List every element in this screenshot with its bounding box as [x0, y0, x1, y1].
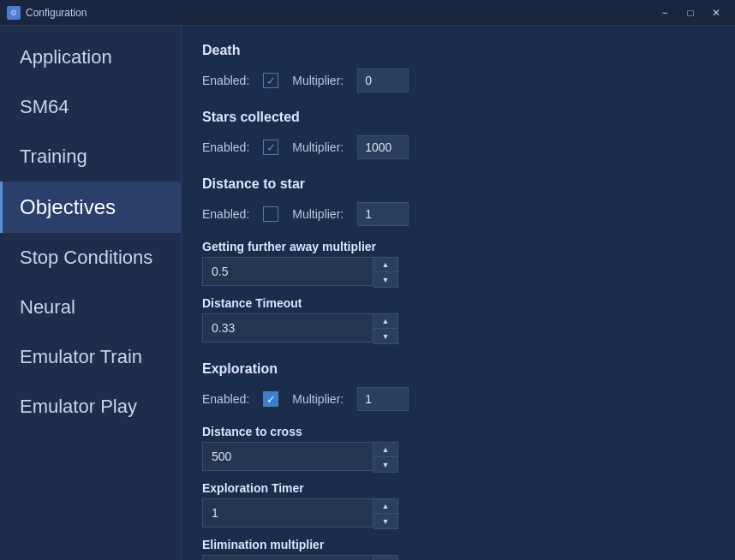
distance-cross-up[interactable]: ▲: [373, 443, 397, 457]
exploration-timer-down[interactable]: ▼: [373, 514, 397, 528]
elimination-multiplier-wrapper: 0 ▲ ▼: [202, 555, 714, 560]
exploration-section: Exploration Enabled: ✓ Multiplier: Dista…: [202, 361, 714, 560]
title-bar: ⚙ Configuration − □ ✕: [0, 0, 735, 26]
app-container: Application SM64 Training Objectives Sto…: [0, 26, 735, 560]
distance-cross-wrapper: 500 ▲ ▼: [202, 442, 714, 473]
stars-enabled-checkbox[interactable]: ✓: [263, 140, 278, 155]
stars-title: Stars collected: [202, 110, 714, 125]
exploration-row: Enabled: ✓ Multiplier:: [202, 387, 714, 411]
distance-timeout-label: Distance Timeout: [202, 296, 714, 310]
sidebar-item-stop-conditions[interactable]: Stop Conditions: [0, 233, 181, 283]
stars-enabled-label: Enabled:: [202, 140, 249, 154]
exploration-timer-spinbox: Exploration Timer 1 ▲ ▼: [202, 481, 714, 529]
elimination-multiplier-up[interactable]: ▲: [373, 556, 397, 560]
exploration-timer-value: 1: [202, 498, 373, 527]
app-icon: ⚙: [7, 6, 21, 20]
distance-star-enabled-checkbox[interactable]: [263, 206, 278, 222]
death-multiplier-label: Multiplier:: [292, 74, 344, 87]
exploration-multiplier-label: Multiplier:: [292, 392, 344, 406]
main-content: Death Enabled: ✓ Multiplier: Stars colle…: [182, 26, 735, 560]
sidebar-item-objectives[interactable]: Objectives: [0, 182, 181, 233]
getting-further-down[interactable]: ▼: [373, 272, 397, 287]
exploration-title: Exploration: [202, 361, 714, 377]
distance-star-row: Enabled: Multiplier:: [202, 202, 714, 226]
distance-timeout-spinbox: Distance Timeout 0.33 ▲ ▼: [202, 296, 714, 344]
distance-cross-down[interactable]: ▼: [373, 457, 397, 472]
distance-cross-buttons: ▲ ▼: [373, 442, 398, 473]
sidebar-item-application[interactable]: Application: [0, 33, 181, 82]
distance-cross-label: Distance to cross: [202, 425, 714, 438]
exploration-timer-wrapper: 1 ▲ ▼: [202, 498, 714, 529]
distance-star-multiplier-input[interactable]: [357, 202, 409, 226]
distance-star-enabled-label: Enabled:: [202, 207, 249, 221]
distance-timeout-down[interactable]: ▼: [373, 329, 397, 343]
exploration-enabled-label: Enabled:: [202, 392, 249, 406]
distance-star-multiplier-label: Multiplier:: [292, 207, 344, 221]
sidebar-item-sm64[interactable]: SM64: [0, 82, 181, 132]
elimination-multiplier-spinbox: Elimination multiplier 0 ▲ ▼: [202, 538, 714, 560]
distance-cross-value: 500: [202, 442, 373, 471]
distance-star-title: Distance to star: [202, 176, 714, 192]
exploration-enabled-checkbox[interactable]: ✓: [263, 391, 278, 407]
elimination-multiplier-label: Elimination multiplier: [202, 538, 714, 551]
getting-further-value: 0.5: [202, 257, 373, 286]
elimination-multiplier-buttons: ▲ ▼: [373, 555, 398, 560]
sidebar-item-neural[interactable]: Neural: [0, 283, 181, 332]
distance-timeout-wrapper: 0.33 ▲ ▼: [202, 313, 714, 344]
exploration-multiplier-input[interactable]: [357, 387, 409, 411]
sidebar-item-emulator-play[interactable]: Emulator Play: [0, 382, 181, 432]
death-enabled-checkbox[interactable]: ✓: [263, 73, 278, 88]
sidebar-item-emulator-train[interactable]: Emulator Train: [0, 332, 181, 382]
death-row: Enabled: ✓ Multiplier:: [202, 69, 714, 92]
stars-row: Enabled: ✓ Multiplier:: [202, 135, 714, 159]
distance-star-section: Distance to star Enabled: Multiplier: Ge…: [202, 176, 714, 344]
elimination-multiplier-value: 0: [202, 555, 373, 560]
exploration-timer-label: Exploration Timer: [202, 481, 714, 495]
window-title: Configuration: [26, 7, 87, 19]
death-multiplier-input[interactable]: [357, 69, 409, 92]
death-section: Death Enabled: ✓ Multiplier:: [202, 43, 714, 92]
stars-multiplier-label: Multiplier:: [292, 140, 344, 154]
distance-timeout-value: 0.33: [202, 313, 373, 343]
distance-timeout-buttons: ▲ ▼: [373, 313, 398, 344]
distance-cross-spinbox: Distance to cross 500 ▲ ▼: [202, 425, 714, 473]
close-button[interactable]: ✕: [704, 3, 728, 22]
stars-section: Stars collected Enabled: ✓ Multiplier:: [202, 110, 714, 159]
sidebar: Application SM64 Training Objectives Sto…: [0, 26, 182, 560]
sidebar-item-training[interactable]: Training: [0, 132, 181, 182]
stars-multiplier-input[interactable]: [357, 135, 409, 159]
getting-further-up[interactable]: ▲: [373, 258, 397, 272]
title-bar-controls: − □ ✕: [653, 3, 728, 22]
getting-further-wrapper: 0.5 ▲ ▼: [202, 257, 714, 288]
getting-further-label: Getting further away multiplier: [202, 240, 714, 253]
death-enabled-label: Enabled:: [202, 74, 249, 87]
title-bar-left: ⚙ Configuration: [7, 6, 87, 20]
getting-further-spinbox: Getting further away multiplier 0.5 ▲ ▼: [202, 240, 714, 288]
maximize-button[interactable]: □: [678, 3, 702, 22]
distance-timeout-up[interactable]: ▲: [373, 314, 397, 329]
getting-further-buttons: ▲ ▼: [373, 257, 398, 288]
death-title: Death: [202, 43, 714, 58]
exploration-timer-buttons: ▲ ▼: [373, 498, 398, 529]
exploration-timer-up[interactable]: ▲: [373, 499, 397, 514]
minimize-button[interactable]: −: [653, 3, 677, 22]
